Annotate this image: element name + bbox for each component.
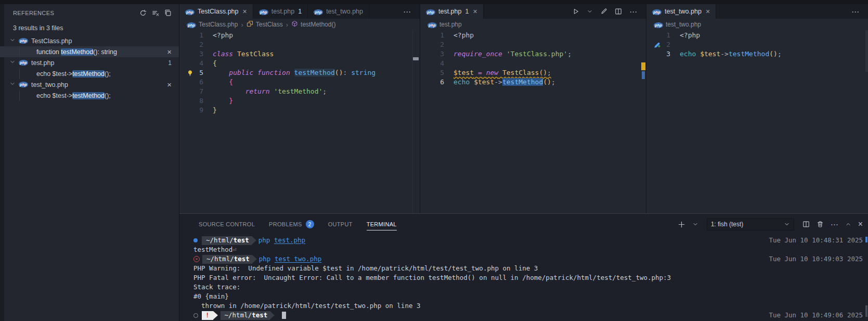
terminal-select-value: 1: fish (test) bbox=[711, 221, 744, 228]
glyph-margin bbox=[179, 106, 195, 115]
breadcrumb-label: test.php bbox=[439, 21, 462, 28]
dismiss-icon[interactable]: × bbox=[167, 48, 172, 56]
tab-test_two-php[interactable]: phptest_two.php× bbox=[646, 4, 716, 19]
tab-test-php[interactable]: phptest.php1× bbox=[420, 4, 484, 19]
glyph-margin bbox=[179, 40, 195, 49]
code-editor[interactable]: 1<?php23require_once 'TestClass.php';45$… bbox=[420, 30, 646, 213]
cwd-chip: ~/html/test bbox=[202, 255, 252, 264]
tab-badge: 1 bbox=[298, 8, 302, 15]
code-line: 1<?php bbox=[646, 31, 868, 40]
trash-icon[interactable] bbox=[817, 221, 824, 228]
breadcrumb-item[interactable]: phptest.php bbox=[427, 21, 462, 28]
more-icon[interactable]: ⋯ bbox=[831, 221, 838, 228]
open-editors-icon[interactable] bbox=[164, 9, 172, 17]
split-editor-icon[interactable] bbox=[615, 8, 622, 15]
dismiss-icon[interactable]: × bbox=[167, 81, 172, 88]
panel-tab-source-control[interactable]: SOURCE CONTROL bbox=[199, 214, 255, 235]
terminal-output-line: PHP Fatal error: Uncaught Error: Call to… bbox=[193, 273, 868, 283]
close-icon[interactable]: × bbox=[858, 220, 863, 228]
split-terminal-icon[interactable] bbox=[802, 221, 810, 228]
run-icon[interactable] bbox=[572, 8, 579, 15]
line-number: 8 bbox=[195, 96, 203, 106]
php-icon: php bbox=[19, 60, 28, 66]
glyph-margin bbox=[179, 49, 195, 59]
code-line: 2 bbox=[420, 40, 646, 49]
chevron-down-icon[interactable] bbox=[587, 8, 593, 15]
file-name: TestClass.php bbox=[31, 37, 72, 45]
line-number: 3 bbox=[662, 49, 670, 59]
missing-newline-marker: ⏎ bbox=[232, 246, 237, 253]
command-text: php bbox=[258, 236, 274, 245]
command-argument: test_two.php bbox=[275, 254, 321, 264]
refresh-icon[interactable] bbox=[139, 9, 147, 17]
panel-tab-problems[interactable]: PROBLEMS2 bbox=[269, 214, 314, 235]
close-icon[interactable]: × bbox=[706, 8, 710, 15]
tab-test-php[interactable]: phptest.php1 bbox=[253, 4, 308, 19]
breadcrumb: phptest_two.php bbox=[646, 19, 868, 30]
line-number: 1 bbox=[662, 31, 670, 40]
cwd-chip: ~/html/test bbox=[221, 311, 270, 320]
reference-item-row[interactable]: echo $test->testMethod(); bbox=[0, 90, 179, 101]
tab-label: test_two.php bbox=[326, 8, 363, 15]
reference-item-row[interactable]: echo $test->testMethod(); bbox=[0, 68, 179, 79]
close-icon[interactable]: × bbox=[243, 8, 247, 15]
tab-label: test.php bbox=[438, 8, 461, 15]
breadcrumb-item[interactable]: testMethod() bbox=[291, 20, 335, 29]
terminal-toolbar: 1: fish (test)⋯× bbox=[678, 219, 863, 230]
panel-tab-terminal[interactable]: TERMINAL bbox=[367, 214, 397, 235]
tab-test_two-php[interactable]: phptest_two.php bbox=[308, 4, 369, 19]
tree-chevron-icon[interactable] bbox=[9, 37, 16, 45]
terminal[interactable]: ~/html/testphp test.phpTue Jun 10 10:48:… bbox=[179, 235, 868, 321]
more-icon[interactable]: ⋯ bbox=[629, 8, 637, 16]
plus-icon[interactable] bbox=[678, 221, 685, 228]
lightbulb-icon[interactable] bbox=[179, 68, 195, 78]
code-line: 1<?php bbox=[420, 31, 646, 40]
copilot-suggestion-icon[interactable] bbox=[646, 40, 662, 49]
reference-file-row[interactable]: phptest.php1 bbox=[0, 57, 179, 68]
terminal-output-line: thrown in /home/patrick/html/test/test_t… bbox=[193, 301, 868, 311]
terminal-select[interactable]: 1: fish (test) bbox=[707, 219, 794, 230]
tab-TestClass-php[interactable]: phpTestClass.php× bbox=[179, 4, 253, 19]
reference-file-row[interactable]: phpTestClass.php bbox=[0, 35, 179, 46]
clear-all-icon[interactable] bbox=[152, 9, 159, 17]
terminal-output-line: testMethod⏎ bbox=[193, 245, 868, 254]
code-line: 3class TestClass bbox=[179, 49, 420, 59]
breadcrumb: phptest.php bbox=[420, 19, 646, 30]
panel-tab-output[interactable]: OUTPUT bbox=[328, 214, 353, 235]
close-icon[interactable]: × bbox=[473, 8, 477, 15]
timestamp: Tue Jun 10 10:48:31 2025 bbox=[769, 236, 863, 245]
more-icon[interactable]: ⋯ bbox=[851, 8, 859, 16]
chevron-up-icon[interactable] bbox=[845, 221, 851, 227]
warning-squiggle: $test = new TestClass(); bbox=[454, 69, 551, 76]
line-number: 5 bbox=[436, 68, 444, 78]
line-number: 3 bbox=[436, 49, 444, 59]
sidebar-header: REFERENCES bbox=[0, 4, 179, 19]
reference-item-row[interactable]: function testMethod(): string× bbox=[0, 46, 179, 57]
chevron-down-icon[interactable] bbox=[692, 221, 698, 227]
tree-chevron-icon[interactable] bbox=[9, 81, 16, 88]
file-name: test.php bbox=[31, 59, 54, 67]
more-icon[interactable]: ⋯ bbox=[403, 8, 411, 16]
tree-chevron-icon[interactable] bbox=[9, 59, 16, 67]
php-icon: php bbox=[427, 21, 437, 28]
references-sidebar: REFERENCES 3 results in 3 files phpTestC… bbox=[0, 4, 179, 321]
terminal-output-line: Stack trace: bbox=[193, 283, 868, 292]
code-line: 8 } bbox=[179, 96, 420, 106]
editor-scrollbar[interactable] bbox=[865, 30, 868, 72]
vscode-window: REFERENCES 3 results in 3 files phpTestC… bbox=[0, 0, 868, 321]
panel-tab-label: SOURCE CONTROL bbox=[199, 221, 255, 227]
title-bar bbox=[0, 0, 868, 4]
breadcrumb-item[interactable]: phptest_two.php bbox=[654, 21, 701, 28]
breadcrumb-item[interactable]: phpTestClass.php bbox=[187, 21, 238, 28]
breadcrumb-item[interactable]: TestClass bbox=[247, 20, 283, 29]
reference-file-row[interactable]: phptest_two.php× bbox=[0, 79, 179, 90]
pencil-icon[interactable] bbox=[600, 8, 607, 15]
code-editor[interactable]: 1<?php23echo $test->testMethod(); bbox=[646, 30, 868, 213]
chevron-down-icon bbox=[784, 221, 790, 227]
terminal-scrollbar[interactable] bbox=[865, 305, 867, 317]
line-number: 6 bbox=[436, 78, 444, 87]
sidebar-actions bbox=[139, 9, 172, 17]
command-failed-icon: × bbox=[193, 256, 200, 262]
indent-guide bbox=[19, 90, 20, 101]
code-editor[interactable]: 1<?php23class TestClass4{5 public functi… bbox=[179, 30, 420, 213]
